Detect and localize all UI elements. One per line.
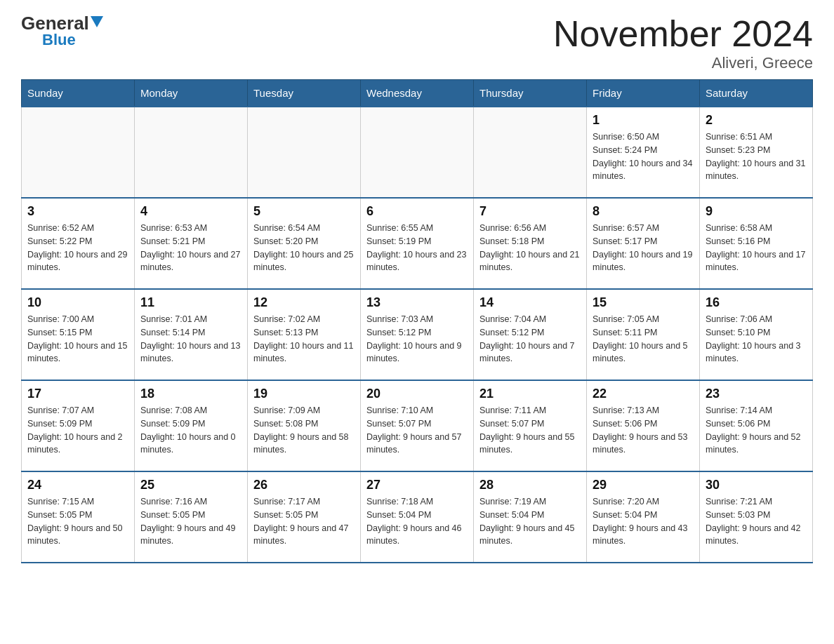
day-number: 26: [253, 478, 355, 492]
day-number: 20: [366, 387, 468, 401]
day-number: 7: [479, 204, 581, 219]
day-number: 18: [140, 387, 241, 401]
day-number: 28: [479, 478, 581, 492]
day-number: 8: [593, 204, 694, 219]
day-number: 14: [479, 295, 581, 310]
day-number: 22: [593, 387, 694, 401]
day-number: 16: [706, 295, 807, 310]
calendar-header-saturday: Saturday: [700, 80, 813, 107]
calendar-cell: 21Sunrise: 7:11 AM Sunset: 5:07 PM Dayli…: [474, 380, 587, 471]
day-number: 12: [253, 295, 355, 310]
day-number: 29: [593, 478, 694, 492]
day-number: 17: [27, 387, 128, 401]
calendar-cell: 24Sunrise: 7:15 AM Sunset: 5:05 PM Dayli…: [22, 471, 135, 563]
day-info: Sunrise: 7:21 AM Sunset: 5:03 PM Dayligh…: [706, 495, 807, 548]
location-title: Aliveri, Greece: [553, 54, 813, 72]
day-info: Sunrise: 6:55 AM Sunset: 5:19 PM Dayligh…: [366, 222, 468, 274]
page-header: General Blue November 2024 Aliveri, Gree…: [21, 14, 813, 72]
day-number: 6: [366, 204, 468, 219]
calendar-cell: 28Sunrise: 7:19 AM Sunset: 5:04 PM Dayli…: [474, 471, 587, 563]
day-info: Sunrise: 6:51 AM Sunset: 5:23 PM Dayligh…: [706, 130, 807, 183]
calendar-week-row-3: 10Sunrise: 7:00 AM Sunset: 5:15 PM Dayli…: [22, 289, 813, 380]
day-info: Sunrise: 7:10 AM Sunset: 5:07 PM Dayligh…: [366, 404, 468, 457]
calendar-cell: 25Sunrise: 7:16 AM Sunset: 5:05 PM Dayli…: [135, 471, 248, 563]
day-info: Sunrise: 7:06 AM Sunset: 5:10 PM Dayligh…: [706, 313, 807, 365]
title-block: November 2024 Aliveri, Greece: [553, 14, 813, 72]
day-info: Sunrise: 6:50 AM Sunset: 5:24 PM Dayligh…: [593, 130, 694, 183]
calendar-cell: 20Sunrise: 7:10 AM Sunset: 5:07 PM Dayli…: [361, 380, 474, 471]
calendar-header-row: SundayMondayTuesdayWednesdayThursdayFrid…: [22, 80, 813, 107]
month-title: November 2024: [553, 14, 813, 54]
calendar-cell: 13Sunrise: 7:03 AM Sunset: 5:12 PM Dayli…: [361, 289, 474, 380]
calendar-cell: 7Sunrise: 6:56 AM Sunset: 5:18 PM Daylig…: [474, 198, 587, 289]
day-number: 1: [593, 113, 694, 128]
day-info: Sunrise: 7:11 AM Sunset: 5:07 PM Dayligh…: [479, 404, 581, 457]
day-info: Sunrise: 7:16 AM Sunset: 5:05 PM Dayligh…: [140, 495, 241, 548]
calendar-week-row-2: 3Sunrise: 6:52 AM Sunset: 5:22 PM Daylig…: [22, 198, 813, 289]
day-number: 3: [27, 204, 128, 219]
day-number: 25: [140, 478, 241, 492]
day-number: 21: [479, 387, 581, 401]
calendar-cell: 6Sunrise: 6:55 AM Sunset: 5:19 PM Daylig…: [361, 198, 474, 289]
day-info: Sunrise: 7:03 AM Sunset: 5:12 PM Dayligh…: [366, 313, 468, 365]
day-info: Sunrise: 6:57 AM Sunset: 5:17 PM Dayligh…: [593, 222, 694, 274]
calendar-cell: 3Sunrise: 6:52 AM Sunset: 5:22 PM Daylig…: [22, 198, 135, 289]
day-number: 19: [253, 387, 355, 401]
calendar-cell: 8Sunrise: 6:57 AM Sunset: 5:17 PM Daylig…: [587, 198, 700, 289]
calendar-cell: 11Sunrise: 7:01 AM Sunset: 5:14 PM Dayli…: [135, 289, 248, 380]
day-info: Sunrise: 7:04 AM Sunset: 5:12 PM Dayligh…: [479, 313, 581, 365]
day-info: Sunrise: 7:07 AM Sunset: 5:09 PM Dayligh…: [27, 404, 128, 457]
calendar-cell: 19Sunrise: 7:09 AM Sunset: 5:08 PM Dayli…: [248, 380, 361, 471]
calendar-week-row-1: 1Sunrise: 6:50 AM Sunset: 5:24 PM Daylig…: [22, 107, 813, 198]
calendar-week-row-4: 17Sunrise: 7:07 AM Sunset: 5:09 PM Dayli…: [22, 380, 813, 471]
day-number: 9: [706, 204, 807, 219]
day-info: Sunrise: 7:09 AM Sunset: 5:08 PM Dayligh…: [253, 404, 355, 457]
calendar-cell: [22, 107, 135, 198]
day-number: 15: [593, 295, 694, 310]
logo: General Blue: [21, 14, 103, 48]
day-info: Sunrise: 7:17 AM Sunset: 5:05 PM Dayligh…: [253, 495, 355, 548]
calendar-header-friday: Friday: [587, 80, 700, 107]
calendar-cell: 17Sunrise: 7:07 AM Sunset: 5:09 PM Dayli…: [22, 380, 135, 471]
calendar-cell: 22Sunrise: 7:13 AM Sunset: 5:06 PM Dayli…: [587, 380, 700, 471]
calendar-cell: 18Sunrise: 7:08 AM Sunset: 5:09 PM Dayli…: [135, 380, 248, 471]
calendar-header-monday: Monday: [135, 80, 248, 107]
calendar-cell: 14Sunrise: 7:04 AM Sunset: 5:12 PM Dayli…: [474, 289, 587, 380]
day-info: Sunrise: 7:20 AM Sunset: 5:04 PM Dayligh…: [593, 495, 694, 548]
calendar-cell: [474, 107, 587, 198]
calendar-cell: 5Sunrise: 6:54 AM Sunset: 5:20 PM Daylig…: [248, 198, 361, 289]
logo-triangle-icon: [91, 16, 103, 27]
day-info: Sunrise: 7:14 AM Sunset: 5:06 PM Dayligh…: [706, 404, 807, 457]
day-info: Sunrise: 6:56 AM Sunset: 5:18 PM Dayligh…: [479, 222, 581, 274]
day-info: Sunrise: 7:00 AM Sunset: 5:15 PM Dayligh…: [27, 313, 128, 365]
calendar-cell: 15Sunrise: 7:05 AM Sunset: 5:11 PM Dayli…: [587, 289, 700, 380]
calendar-week-row-5: 24Sunrise: 7:15 AM Sunset: 5:05 PM Dayli…: [22, 471, 813, 563]
calendar-cell: 16Sunrise: 7:06 AM Sunset: 5:10 PM Dayli…: [700, 289, 813, 380]
calendar-header-tuesday: Tuesday: [248, 80, 361, 107]
day-info: Sunrise: 7:15 AM Sunset: 5:05 PM Dayligh…: [27, 495, 128, 548]
day-number: 5: [253, 204, 355, 219]
day-number: 24: [27, 478, 128, 492]
day-number: 4: [140, 204, 241, 219]
day-info: Sunrise: 6:58 AM Sunset: 5:16 PM Dayligh…: [706, 222, 807, 274]
day-info: Sunrise: 7:18 AM Sunset: 5:04 PM Dayligh…: [366, 495, 468, 548]
day-info: Sunrise: 7:02 AM Sunset: 5:13 PM Dayligh…: [253, 313, 355, 365]
calendar-cell: 9Sunrise: 6:58 AM Sunset: 5:16 PM Daylig…: [700, 198, 813, 289]
calendar-header-thursday: Thursday: [474, 80, 587, 107]
calendar-cell: 23Sunrise: 7:14 AM Sunset: 5:06 PM Dayli…: [700, 380, 813, 471]
calendar-table: SundayMondayTuesdayWednesdayThursdayFrid…: [21, 79, 813, 563]
day-info: Sunrise: 6:52 AM Sunset: 5:22 PM Dayligh…: [27, 222, 128, 274]
calendar-cell: [361, 107, 474, 198]
day-info: Sunrise: 7:13 AM Sunset: 5:06 PM Dayligh…: [593, 404, 694, 457]
day-info: Sunrise: 7:05 AM Sunset: 5:11 PM Dayligh…: [593, 313, 694, 365]
day-info: Sunrise: 6:54 AM Sunset: 5:20 PM Dayligh…: [253, 222, 355, 274]
day-number: 27: [366, 478, 468, 492]
calendar-cell: [248, 107, 361, 198]
calendar-cell: 26Sunrise: 7:17 AM Sunset: 5:05 PM Dayli…: [248, 471, 361, 563]
logo-blue-text: Blue: [42, 32, 76, 48]
day-info: Sunrise: 7:08 AM Sunset: 5:09 PM Dayligh…: [140, 404, 241, 457]
logo-general-text: General: [21, 14, 89, 32]
day-number: 30: [706, 478, 807, 492]
calendar-cell: [135, 107, 248, 198]
day-info: Sunrise: 7:01 AM Sunset: 5:14 PM Dayligh…: [140, 313, 241, 365]
